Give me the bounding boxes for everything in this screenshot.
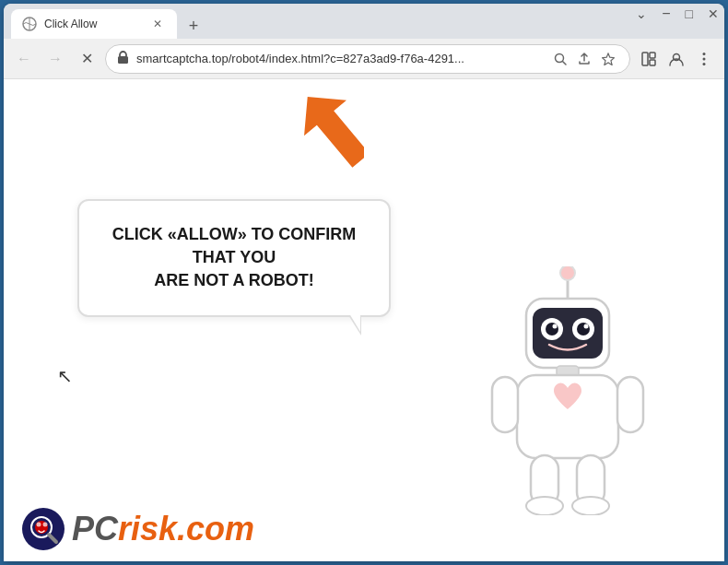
svg-point-31 xyxy=(572,497,609,515)
svg-point-30 xyxy=(526,497,563,515)
pcrisk-text: PCrisk.com xyxy=(72,512,254,546)
search-icon[interactable] xyxy=(550,49,570,69)
svg-point-23 xyxy=(584,324,589,329)
tab-area: ⌄ − □ ✕ Click Allow ✕ + xyxy=(11,9,717,39)
svg-point-10 xyxy=(703,53,706,55)
browser-window: ⌄ − □ ✕ Click Allow ✕ + ← → xyxy=(4,4,724,561)
tab-favicon-icon xyxy=(22,17,37,31)
svg-rect-26 xyxy=(492,377,518,432)
svg-point-34 xyxy=(37,523,41,527)
svg-rect-2 xyxy=(118,56,128,64)
mouse-cursor: ↖ xyxy=(57,365,73,387)
bubble-text: CLICK «ALLOW» TO CONFIRM THAT YOU ARE NO… xyxy=(105,223,363,293)
page-content: CLICK «ALLOW» TO CONFIRM THAT YOU ARE NO… xyxy=(4,79,724,561)
svg-line-4 xyxy=(563,61,567,65)
minimize-button[interactable]: − xyxy=(662,6,670,22)
svg-point-21 xyxy=(577,323,590,335)
back-button[interactable]: ← xyxy=(11,46,37,72)
nav-right-icons xyxy=(636,46,717,72)
profile-button[interactable] xyxy=(663,46,689,72)
tab-close-button[interactable]: ✕ xyxy=(149,16,166,32)
extensions-button[interactable] xyxy=(636,46,662,72)
menu-button[interactable] xyxy=(691,46,717,72)
svg-point-20 xyxy=(546,323,558,335)
svg-line-36 xyxy=(49,535,56,542)
svg-rect-7 xyxy=(650,53,655,58)
svg-point-15 xyxy=(560,266,575,280)
pcrisk-icon xyxy=(22,508,65,550)
svg-rect-8 xyxy=(650,60,655,65)
speech-bubble: CLICK «ALLOW» TO CONFIRM THAT YOU ARE NO… xyxy=(77,199,391,317)
svg-rect-6 xyxy=(642,53,648,65)
svg-marker-5 xyxy=(603,53,615,65)
tab-title: Click Allow xyxy=(44,18,142,30)
svg-point-22 xyxy=(553,324,558,329)
reload-button[interactable]: ✕ xyxy=(74,46,100,72)
maximize-button[interactable]: □ xyxy=(686,6,693,21)
svg-point-35 xyxy=(43,523,48,527)
address-icons xyxy=(550,49,618,69)
forward-button[interactable]: → xyxy=(42,46,68,72)
svg-marker-13 xyxy=(290,93,364,176)
chevron-icon[interactable]: ⌄ xyxy=(636,6,647,21)
address-text: smartcaptcha.top/robot4/index.html?c=827… xyxy=(136,52,543,65)
new-tab-button[interactable]: + xyxy=(181,13,206,39)
nav-bar: ← → ✕ smartcaptcha.top/robot4/index.html… xyxy=(4,39,724,79)
title-bar: ⌄ − □ ✕ Click Allow ✕ + xyxy=(4,4,724,39)
bookmark-icon[interactable] xyxy=(598,49,618,69)
active-tab[interactable]: Click Allow ✕ xyxy=(11,9,177,39)
pcrisk-logo: PCrisk.com xyxy=(22,508,254,550)
svg-rect-25 xyxy=(517,375,618,458)
robot-image xyxy=(485,266,651,506)
share-icon[interactable] xyxy=(574,49,594,69)
svg-point-12 xyxy=(703,63,706,65)
address-bar[interactable]: smartcaptcha.top/robot4/index.html?c=827… xyxy=(105,44,630,74)
svg-rect-27 xyxy=(617,377,643,432)
orange-arrow xyxy=(290,93,364,180)
lock-icon xyxy=(117,51,129,67)
svg-point-11 xyxy=(703,57,706,60)
close-button[interactable]: ✕ xyxy=(708,6,719,21)
